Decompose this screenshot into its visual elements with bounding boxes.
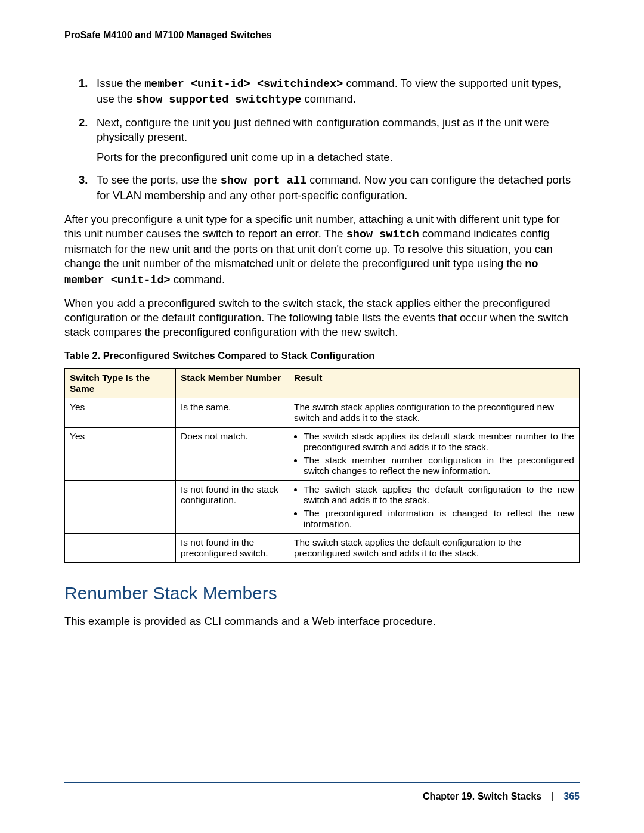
cell-r1-c3: The switch stack applies configuration t… xyxy=(289,398,580,427)
table-row: Yes Is the same. The switch stack applie… xyxy=(65,398,580,427)
step-3-text-a: To see the ports, use the xyxy=(97,174,221,186)
step-2-sub: Ports for the preconfigured unit come up… xyxy=(97,150,580,165)
table-row: Is not found in the stack configuration.… xyxy=(65,480,580,533)
step-3-num: 3. xyxy=(79,173,88,187)
cell-r2-c1: Yes xyxy=(65,427,176,480)
footer-rule xyxy=(64,782,580,783)
running-header: ProSafe M4100 and M7100 Managed Switches xyxy=(64,30,580,41)
cell-r2-c3: The switch stack applies its default sta… xyxy=(289,427,580,480)
cell-r3-c1 xyxy=(65,480,176,533)
cell-r1-c1: Yes xyxy=(65,398,176,427)
th-switch-type: Switch Type Is the Same xyxy=(65,368,176,398)
page-footer: Chapter 19. Switch Stacks | 365 xyxy=(64,782,580,802)
cell-r3-b1: The switch stack applies the default con… xyxy=(304,484,574,506)
step-1: 1. Issue the member <unit-id> <switchind… xyxy=(79,76,580,107)
steps-list: 1. Issue the member <unit-id> <switchind… xyxy=(79,76,580,203)
code-show-supported: show supported switchtype xyxy=(136,94,302,106)
code-member: member <unit-id> <switchindex> xyxy=(144,78,343,91)
table-row: Yes Does not match. The switch stack app… xyxy=(65,427,580,480)
cell-r4-c3: The switch stack applies the default con… xyxy=(289,533,580,562)
cell-r2-c2: Does not match. xyxy=(176,427,289,480)
table-header-row: Switch Type Is the Same Stack Member Num… xyxy=(65,368,580,398)
footer-divider: | xyxy=(552,791,554,801)
code-show-port: show port all xyxy=(221,175,306,187)
cell-r3-c3: The switch stack applies the default con… xyxy=(289,480,580,533)
cell-r4-c2: Is not found in the preconfigured switch… xyxy=(176,533,289,562)
section-heading: Renumber Stack Members xyxy=(64,583,580,603)
cell-r1-c2: Is the same. xyxy=(176,398,289,427)
code-show-switch: show switch xyxy=(346,228,419,241)
para1-c: command. xyxy=(171,273,225,286)
step-2-text: Next, configure the unit you just define… xyxy=(97,116,549,143)
footer-chapter: Chapter 19. Switch Stacks xyxy=(423,791,541,801)
preconfig-table: Switch Type Is the Same Stack Member Num… xyxy=(64,368,580,563)
cell-r3-c2: Is not found in the stack configuration. xyxy=(176,480,289,533)
table-caption: Table 2. Preconfigured Switches Compared… xyxy=(64,350,580,361)
step-2-num: 2. xyxy=(79,116,88,130)
paragraph-apply: When you add a preconfigured switch to t… xyxy=(64,296,580,339)
cell-r3-b2: The preconfigured information is changed… xyxy=(304,508,574,529)
page: ProSafe M4100 and M7100 Managed Switches… xyxy=(0,0,644,833)
cell-r4-c1 xyxy=(65,533,176,562)
table-row: Is not found in the preconfigured switch… xyxy=(65,533,580,562)
step-1-text-c: command. xyxy=(301,92,356,105)
step-3: 3. To see the ports, use the show port a… xyxy=(79,173,580,203)
th-result: Result xyxy=(289,368,580,398)
step-1-text-a: Issue the xyxy=(97,77,144,89)
step-2: 2. Next, configure the unit you just def… xyxy=(79,116,580,165)
cell-r2-b2: The stack member number configuration in… xyxy=(304,455,574,476)
th-member-number: Stack Member Number xyxy=(176,368,289,398)
cell-r2-b1: The switch stack applies its default sta… xyxy=(304,431,574,453)
footer-page-number: 365 xyxy=(564,791,580,801)
section-intro: This example is provided as CLI commands… xyxy=(64,614,580,628)
footer-text: Chapter 19. Switch Stacks | 365 xyxy=(64,791,580,802)
paragraph-preconfig: After you preconfigure a unit type for a… xyxy=(64,212,580,287)
step-1-num: 1. xyxy=(79,76,88,91)
